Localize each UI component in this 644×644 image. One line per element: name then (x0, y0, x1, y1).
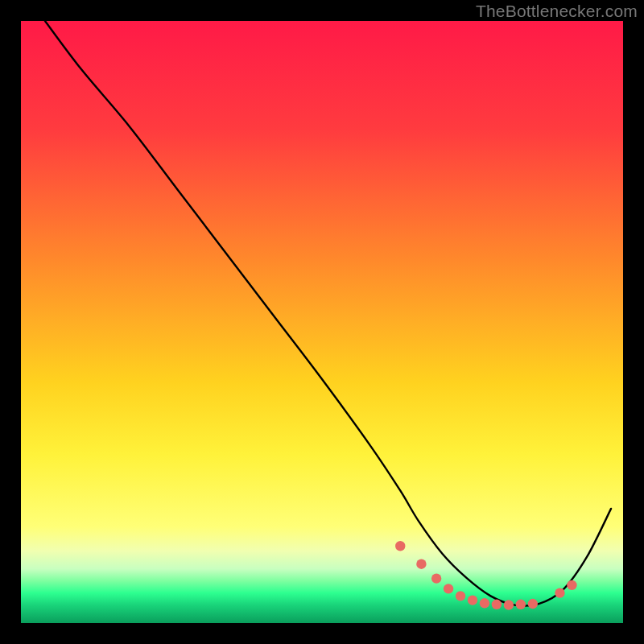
gradient-background (21, 21, 623, 623)
data-marker (395, 541, 405, 551)
data-marker (416, 559, 426, 568)
data-marker (492, 600, 502, 609)
watermark-text: TheBottlenecker.com (476, 2, 638, 21)
data-marker (456, 591, 465, 601)
data-marker (555, 588, 564, 597)
data-marker (528, 599, 538, 609)
data-marker (516, 600, 526, 609)
data-marker (431, 573, 441, 583)
chart-frame (21, 21, 623, 623)
chart-svg (21, 21, 623, 623)
data-marker (444, 584, 453, 593)
data-marker (567, 580, 576, 590)
data-marker (504, 600, 514, 609)
data-marker (468, 595, 477, 605)
data-marker (480, 598, 489, 608)
